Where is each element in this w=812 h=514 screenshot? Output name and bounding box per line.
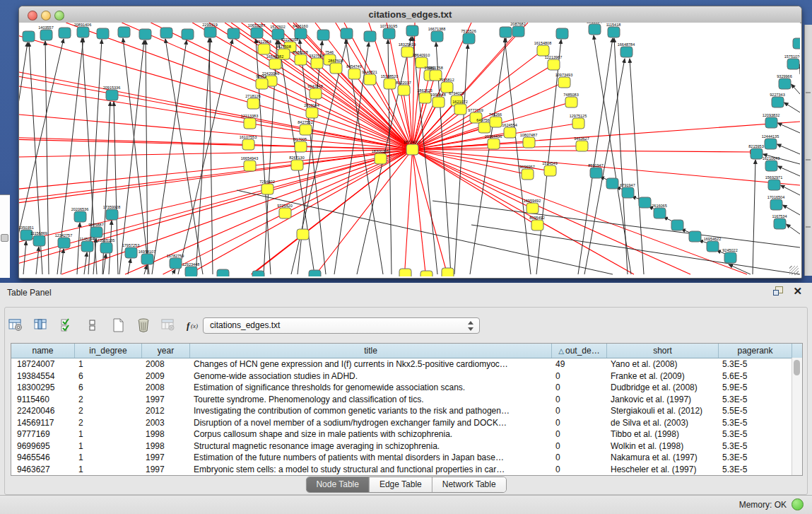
window-resize-grip[interactable] [789,266,799,275]
graph-node[interactable] [185,267,197,276]
graph-node[interactable] [590,168,602,178]
graph-node[interactable] [141,254,153,264]
graph-node[interactable] [431,31,443,42]
graph-node[interactable] [258,44,270,54]
graph-node[interactable] [398,85,410,95]
graph-node[interactable] [330,63,342,74]
column-header-pagerank[interactable]: pagerank [719,344,792,358]
table-row[interactable]: 1456911722003Disruption of a novel membe… [11,417,802,429]
graph-node[interactable] [311,58,323,69]
graph-node[interactable] [118,27,130,37]
graph-node[interactable] [565,97,577,107]
graph-node[interactable] [81,241,93,252]
graph-node[interactable] [300,124,312,135]
table-row[interactable]: 1830029562008Estimation of significance … [11,382,802,394]
graph-node[interactable] [106,90,118,100]
table-options-icon[interactable] [6,315,27,336]
column-header-year[interactable]: year [142,344,190,358]
graph-node[interactable] [97,28,109,39]
graph-node[interactable] [291,160,303,170]
graph-node[interactable] [654,208,666,218]
graph-node[interactable] [606,178,618,189]
table-row[interactable]: 2242004622012Investigating the contribut… [11,405,802,417]
graph-node[interactable] [454,104,466,115]
graph-node[interactable] [364,74,376,85]
graph-node[interactable] [341,28,353,39]
table-row[interactable]: 969969511998Structural magnetic resonanc… [11,440,802,452]
function-builder-icon[interactable]: f(x) [184,315,205,336]
graph-node[interactable] [251,28,263,38]
graph-node[interactable] [217,269,229,276]
graph-node[interactable] [244,160,256,171]
graph-node[interactable] [399,269,411,276]
table-row[interactable]: 1938455462009Genome-wide association stu… [11,370,802,382]
graph-node[interactable] [707,241,719,252]
graph-node[interactable] [252,271,264,276]
graph-node[interactable] [512,26,524,37]
graph-node[interactable] [228,28,240,39]
graph-node[interactable] [182,29,194,40]
graph-node[interactable] [244,118,256,129]
graph-node[interactable] [23,31,35,42]
graph-node[interactable] [420,271,433,276]
graph-node[interactable] [522,169,534,180]
table-row[interactable]: 1872400712008Changes of HCN gene express… [11,358,802,370]
column-header-out_de[interactable]: △out_de… [552,344,607,358]
graph-node[interactable] [504,127,516,138]
table-row[interactable]: 977716911998Corpus callosum shape and si… [11,428,802,440]
graph-node[interactable] [622,187,634,198]
graph-node[interactable] [490,117,502,127]
hub-node[interactable] [406,144,418,155]
graph-node[interactable] [463,33,475,44]
graph-node[interactable] [317,30,329,40]
graph-node[interactable] [261,184,273,194]
graph-node[interactable] [247,98,259,109]
graph-node[interactable] [384,78,396,89]
graph-node[interactable] [33,235,45,246]
graph-node[interactable] [297,229,309,240]
graph-node[interactable] [295,141,307,152]
graph-node[interactable] [478,122,490,133]
graph-node[interactable] [751,148,763,159]
graph-node[interactable] [139,29,151,40]
graph-node[interactable] [724,252,736,263]
float-panel-icon[interactable] [773,286,783,296]
table-scrollbar[interactable] [792,358,802,475]
graph-node[interactable] [74,211,86,222]
table-selector-dropdown[interactable]: citations_edges.txt [203,317,480,334]
column-header-short[interactable]: short [607,344,719,358]
graph-node[interactable] [310,88,322,99]
graph-node[interactable] [170,258,182,269]
graph-node[interactable] [620,47,632,57]
graph-node[interactable] [295,54,307,65]
graph-node[interactable] [401,47,413,57]
graph-node[interactable] [106,209,118,220]
graph-node[interactable] [770,199,782,210]
tab-network-table[interactable]: Network Table [433,477,506,492]
select-columns-icon[interactable] [57,315,78,336]
graph-node[interactable] [576,141,588,151]
table-row[interactable]: 946362711997Embryonic stem cells: a mode… [11,464,802,476]
graph-node[interactable] [419,93,431,103]
graph-node[interactable] [500,27,512,37]
graph-node[interactable] [279,208,291,218]
graph-node[interactable] [383,28,395,39]
graph-node[interactable] [364,31,376,42]
window-titlebar[interactable]: citations_edges.txt [19,6,801,23]
graph-node[interactable] [242,139,254,150]
network-canvas[interactable]: 1403557208914062299319106532871527602646… [19,23,800,276]
table-row[interactable]: 946554611997Estimation of the future num… [11,452,802,464]
graph-node[interactable] [556,28,568,39]
graph-node[interactable] [793,38,800,49]
graph-node[interactable] [765,160,777,171]
graph-node[interactable] [787,59,799,69]
graph-node[interactable] [256,78,268,89]
graph-node[interactable] [572,118,584,129]
graph-node[interactable] [40,30,52,40]
close-panel-icon[interactable]: ✕ [793,286,802,296]
graph-node[interactable] [774,218,786,229]
delete-trash-icon[interactable] [133,315,154,336]
graph-node[interactable] [639,197,651,208]
graph-node[interactable] [406,25,418,36]
column-header-in_degree[interactable]: in_degree [75,344,142,358]
